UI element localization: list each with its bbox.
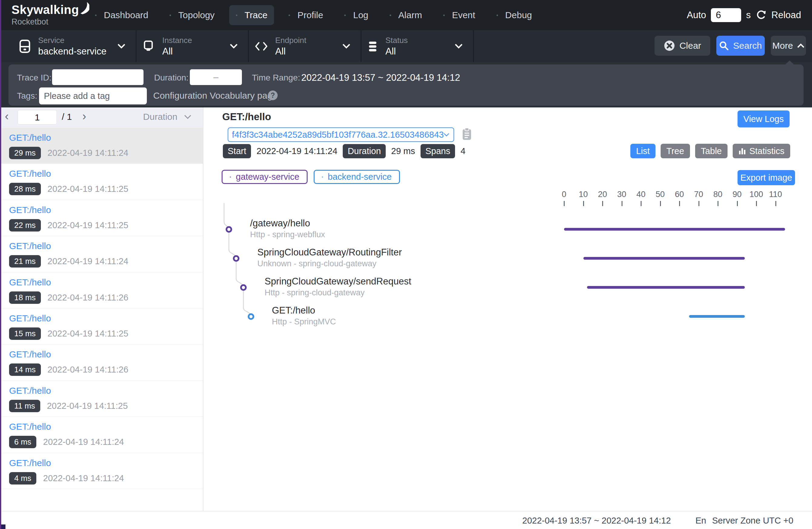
export-image-button[interactable]: Export image bbox=[738, 170, 795, 185]
server-zone[interactable]: Server Zone UTC +0 bbox=[712, 516, 793, 526]
axis-tick-mark bbox=[737, 201, 738, 206]
nav-item-alarm[interactable]: Alarm bbox=[383, 5, 429, 25]
trace-endpoint-link[interactable]: GET:/hello bbox=[9, 277, 203, 288]
trace-id-select[interactable]: f4f3f3c34abe4252a89d5bf103f776aa.32.1650… bbox=[228, 128, 454, 142]
span-layer-component: Unknown - spring-cloud-gateway bbox=[257, 259, 376, 268]
instance-selector[interactable]: Instance All bbox=[142, 30, 248, 62]
trace-endpoint-link[interactable]: GET:/hello bbox=[9, 313, 203, 324]
nav-item-debug[interactable]: Debug bbox=[490, 5, 539, 25]
auto-interval-input[interactable]: 6 bbox=[711, 8, 741, 22]
trace-list-item[interactable]: GET:/hello11 ms2022-04-19 14:11:25 bbox=[0, 381, 203, 417]
status-icon bbox=[367, 40, 378, 53]
tab-list[interactable]: List bbox=[630, 144, 655, 158]
axis-tick-mark bbox=[622, 201, 622, 206]
axis-tick-label: 30 bbox=[612, 190, 632, 199]
axis-tick-mark bbox=[583, 201, 584, 206]
page-input[interactable]: 1 bbox=[17, 110, 57, 125]
nav-item-log[interactable]: Log bbox=[337, 5, 375, 25]
trace-list-item[interactable]: GET:/hello18 ms2022-04-19 14:11:26 bbox=[0, 273, 203, 308]
footer-time-range[interactable]: 2022-04-19 13:57 ~ 2022-04-19 14:12 bbox=[522, 516, 671, 526]
instance-icon bbox=[142, 40, 155, 53]
copy-clipboard-icon[interactable] bbox=[462, 128, 472, 142]
trace-list-item[interactable]: GET:/hello28 ms2022-04-19 14:11:25 bbox=[0, 164, 203, 200]
service-tag-backend-service[interactable]: backend-service bbox=[314, 170, 400, 184]
time-range-label: Time Range: bbox=[252, 73, 300, 83]
span-name[interactable]: GET:/hello bbox=[272, 305, 315, 316]
tab-tree[interactable]: Tree bbox=[661, 144, 690, 158]
bar-chart-icon bbox=[738, 147, 746, 155]
help-icon[interactable]: ? bbox=[268, 90, 278, 100]
trace-list-item[interactable]: GET:/hello4 ms2022-04-19 14:11:24 bbox=[0, 453, 203, 489]
trace-endpoint-link[interactable]: GET:/hello bbox=[9, 458, 203, 468]
trace-list-item[interactable]: GET:/hello6 ms2022-04-19 14:11:24 bbox=[0, 417, 203, 453]
trace-endpoint-link[interactable]: GET:/hello bbox=[9, 422, 203, 432]
axis-tick-mark bbox=[775, 201, 776, 206]
nav-item-event[interactable]: Event bbox=[437, 5, 482, 25]
nav-item-trace[interactable]: Trace bbox=[229, 5, 274, 25]
trace-list-item[interactable]: GET:/hello15 ms2022-04-19 14:11:25 bbox=[0, 308, 203, 344]
service-selector[interactable]: Service backend-service bbox=[19, 30, 136, 62]
span-node-icon[interactable] bbox=[249, 314, 253, 319]
trace-endpoint-link[interactable]: GET:/hello bbox=[9, 133, 203, 143]
trace-list-header: ‹ 1 / 1 › Duration bbox=[0, 107, 203, 128]
span-node-icon[interactable] bbox=[241, 285, 246, 290]
chevron-down-icon bbox=[343, 44, 350, 50]
duration-filter-label: Duration: bbox=[154, 73, 189, 83]
clear-button[interactable]: Clear bbox=[655, 36, 710, 56]
span-duration-bar[interactable] bbox=[564, 228, 785, 231]
view-logs-button[interactable]: View Logs bbox=[738, 111, 789, 128]
search-button[interactable]: Search bbox=[716, 36, 765, 56]
app-logo[interactable]: Skywalking Rocketbot bbox=[12, 3, 89, 27]
axis-tick-mark bbox=[679, 201, 680, 206]
spans-badge: Spans bbox=[421, 144, 455, 158]
trace-endpoint-link[interactable]: GET:/hello bbox=[9, 205, 203, 215]
tags-label: Tags: bbox=[17, 91, 37, 101]
tags-input[interactable]: Please add a tag bbox=[39, 87, 147, 104]
span-node-icon[interactable] bbox=[227, 227, 231, 232]
sort-selector[interactable]: Duration bbox=[143, 112, 177, 122]
trace-list-item[interactable]: GET:/hello22 ms2022-04-19 14:11:25 bbox=[0, 200, 203, 236]
trace-endpoint-link[interactable]: GET:/hello bbox=[9, 349, 203, 359]
trace-list-item[interactable]: GET:/hello29 ms2022-04-19 14:11:24 bbox=[0, 128, 203, 164]
nav-item-dashboard[interactable]: Dashboard bbox=[88, 5, 155, 25]
trace-meta-badges: Start 2022-04-19 14:11:24 Duration 29 ms… bbox=[223, 144, 465, 158]
reload-label[interactable]: Reload bbox=[771, 10, 801, 20]
tab-table[interactable]: Table bbox=[695, 144, 727, 158]
trace-timestamp: 2022-04-19 14:11:24 bbox=[43, 437, 124, 447]
time-range-value[interactable]: 2022-04-19 13:57 ~ 2022-04-19 14:12 bbox=[301, 72, 460, 83]
endpoint-selector[interactable]: Endpoint All bbox=[255, 30, 361, 62]
reload-icon[interactable] bbox=[756, 10, 767, 20]
trace-list: GET:/hello29 ms2022-04-19 14:11:24GET:/h… bbox=[0, 128, 203, 489]
span-duration-bar[interactable] bbox=[689, 315, 745, 318]
trace-item-meta: 29 ms2022-04-19 14:11:24 bbox=[9, 147, 203, 159]
axis-tick-label: 40 bbox=[631, 190, 651, 199]
span-name[interactable]: SpringCloudGateway/RoutingFilter bbox=[257, 247, 402, 258]
span-duration-bar[interactable] bbox=[583, 257, 745, 260]
span-node-icon[interactable] bbox=[234, 256, 238, 261]
trace-endpoint-link[interactable]: GET:/hello bbox=[9, 385, 203, 396]
trace-id-input[interactable] bbox=[52, 69, 144, 85]
status-selector[interactable]: Status All bbox=[367, 30, 473, 62]
trace-list-item[interactable]: GET:/hello21 ms2022-04-19 14:11:24 bbox=[0, 236, 203, 272]
nav-item-topology[interactable]: Topology bbox=[163, 5, 221, 25]
tab-statistics[interactable]: Statistics bbox=[733, 144, 790, 158]
span-name[interactable]: SpringCloudGateway/sendRequest bbox=[265, 276, 411, 287]
language-switcher[interactable]: En bbox=[695, 516, 706, 526]
span-name[interactable]: /gateway/hello bbox=[250, 218, 310, 229]
axis-tick-label: 70 bbox=[689, 190, 709, 199]
prev-page-icon[interactable]: ‹ bbox=[5, 110, 9, 123]
vocabulary-link[interactable]: Configuration Vocabulary page bbox=[153, 90, 277, 101]
span-duration-bar[interactable] bbox=[587, 286, 745, 289]
trace-endpoint-link[interactable]: GET:/hello bbox=[9, 168, 203, 179]
trace-endpoint-link[interactable]: GET:/hello bbox=[9, 241, 203, 251]
endpoint-label: Endpoint bbox=[275, 36, 306, 45]
trace-list-item[interactable]: GET:/hello14 ms2022-04-19 14:11:26 bbox=[0, 344, 203, 380]
nav-item-profile[interactable]: Profile bbox=[282, 5, 330, 25]
more-button[interactable]: More bbox=[771, 36, 806, 56]
service-tag-gateway-service[interactable]: gateway-service bbox=[222, 170, 308, 184]
axis-tick-mark bbox=[564, 201, 565, 206]
next-page-icon[interactable]: › bbox=[82, 110, 86, 123]
trace-id-label: Trace ID: bbox=[17, 73, 52, 83]
service-value: backend-service bbox=[38, 46, 106, 57]
duration-input[interactable]: – bbox=[190, 69, 242, 85]
